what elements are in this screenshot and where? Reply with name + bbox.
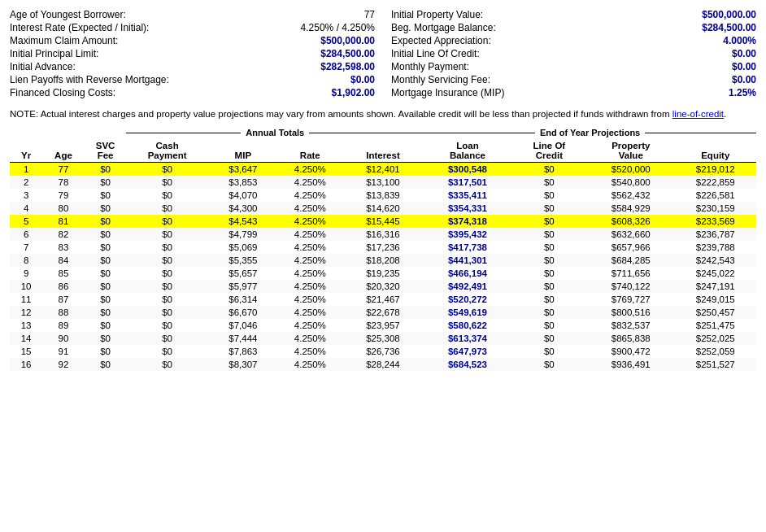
- table-cell: $21,467: [342, 293, 424, 306]
- table-cell: 4.250%: [278, 189, 342, 202]
- table-cell: $252,059: [675, 345, 756, 358]
- info-value: 1.25%: [729, 87, 756, 98]
- table-cell: $584,929: [587, 202, 675, 215]
- projections-table-container: Annual Totals End of Year Projections Yr…: [10, 128, 756, 371]
- table-cell: 78: [42, 176, 85, 189]
- table-cell: 91: [42, 345, 85, 358]
- table-cell: $740,122: [587, 280, 675, 293]
- table-cell: $0: [511, 202, 587, 215]
- table-cell: 4.250%: [278, 306, 342, 319]
- info-label: Age of Youngest Borrower:: [10, 9, 126, 20]
- info-label: Initial Property Value:: [391, 9, 483, 20]
- table-cell: $233,569: [675, 215, 756, 228]
- info-value: 77: [364, 9, 375, 20]
- table-cell: $15,445: [342, 215, 424, 228]
- table-cell: $684,523: [424, 358, 511, 371]
- table-row: 682$0$0$4,7994.250%$16,316$395,432$0$632…: [10, 228, 756, 241]
- table-cell: 82: [42, 228, 85, 241]
- table-cell: $466,194: [424, 267, 511, 280]
- note-text: NOTE: Actual interest charges and proper…: [10, 107, 756, 121]
- info-label: Interest Rate (Expected / Initial):: [10, 22, 149, 33]
- info-value: $282,598.00: [320, 61, 375, 72]
- table-cell: 16: [10, 358, 42, 371]
- table-cell: $0: [85, 280, 127, 293]
- table-cell: $0: [511, 332, 587, 345]
- table-cell: 92: [42, 358, 85, 371]
- info-label: Lien Payoffs with Reverse Mortgage:: [10, 74, 169, 85]
- table-cell: $0: [126, 319, 207, 332]
- group-header-row: Annual Totals End of Year Projections: [10, 128, 756, 139]
- info-label: Monthly Servicing Fee:: [391, 74, 490, 85]
- info-row: Financed Closing Costs:$1,902.00: [10, 86, 375, 99]
- info-value: 4.000%: [723, 35, 756, 46]
- table-cell: 4.250%: [278, 267, 342, 280]
- col-equity: Equity: [675, 139, 756, 163]
- table-cell: $12,401: [342, 163, 424, 177]
- table-cell: $0: [85, 306, 127, 319]
- info-value: $0.00: [732, 74, 756, 85]
- table-cell: 4.250%: [278, 202, 342, 215]
- table-row: 783$0$0$5,0694.250%$17,236$417,738$0$657…: [10, 241, 756, 254]
- table-cell: 4: [10, 202, 42, 215]
- info-section: Age of Youngest Borrower:77Interest Rate…: [10, 8, 756, 99]
- table-cell: 77: [42, 163, 85, 177]
- table-cell: 7: [10, 241, 42, 254]
- col-rate: Rate: [278, 139, 342, 163]
- table-row: 884$0$0$5,3554.250%$18,208$441,301$0$684…: [10, 254, 756, 267]
- table-cell: 8: [10, 254, 42, 267]
- col-mip: MIP: [208, 139, 278, 163]
- table-cell: $5,977: [208, 280, 278, 293]
- table-cell: $335,411: [424, 189, 511, 202]
- table-cell: $245,022: [675, 267, 756, 280]
- table-cell: $28,244: [342, 358, 424, 371]
- table-cell: $0: [85, 202, 127, 215]
- info-value: $500,000.00: [702, 9, 756, 20]
- table-cell: $6,314: [208, 293, 278, 306]
- projections-table: Annual Totals End of Year Projections Yr…: [10, 128, 756, 371]
- table-cell: $14,620: [342, 202, 424, 215]
- table-cell: $900,472: [587, 345, 675, 358]
- table-cell: $608,326: [587, 215, 675, 228]
- table-cell: 10: [10, 280, 42, 293]
- table-cell: $540,800: [587, 176, 675, 189]
- info-value: $0.00: [350, 74, 375, 85]
- table-cell: $354,331: [424, 202, 511, 215]
- info-row: Expected Appreciation:4.000%: [391, 34, 756, 47]
- table-cell: 13: [10, 319, 42, 332]
- info-label: Initial Line Of Credit:: [391, 48, 480, 59]
- table-cell: $0: [126, 267, 207, 280]
- table-cell: 90: [42, 332, 85, 345]
- table-row: 985$0$0$5,6574.250%$19,235$466,194$0$711…: [10, 267, 756, 280]
- table-cell: 14: [10, 332, 42, 345]
- table-cell: $0: [126, 293, 207, 306]
- table-cell: 4.250%: [278, 241, 342, 254]
- table-cell: 4.250%: [278, 254, 342, 267]
- table-cell: $0: [126, 215, 207, 228]
- table-cell: $769,727: [587, 293, 675, 306]
- col-yr: Yr: [10, 139, 42, 163]
- table-cell: 5: [10, 215, 42, 228]
- table-cell: 85: [42, 267, 85, 280]
- col-interest: Interest: [342, 139, 424, 163]
- table-cell: 4.250%: [278, 358, 342, 371]
- table-cell: $0: [85, 293, 127, 306]
- eoy-header: End of Year Projections: [424, 128, 756, 139]
- table-cell: 4.250%: [278, 345, 342, 358]
- table-cell: $865,838: [587, 332, 675, 345]
- table-cell: $230,159: [675, 202, 756, 215]
- table-cell: 80: [42, 202, 85, 215]
- table-row: 1288$0$0$6,6704.250%$22,678$549,619$0$80…: [10, 306, 756, 319]
- table-cell: $19,235: [342, 267, 424, 280]
- table-cell: $226,581: [675, 189, 756, 202]
- table-cell: $417,738: [424, 241, 511, 254]
- table-cell: $3,853: [208, 176, 278, 189]
- table-cell: $657,966: [587, 241, 675, 254]
- table-cell: 83: [42, 241, 85, 254]
- table-cell: $18,208: [342, 254, 424, 267]
- table-cell: $0: [511, 241, 587, 254]
- table-cell: $0: [85, 358, 127, 371]
- table-cell: $374,318: [424, 215, 511, 228]
- table-cell: $684,285: [587, 254, 675, 267]
- info-row: Maximum Claim Amount:$500,000.00: [10, 34, 375, 47]
- table-cell: $17,236: [342, 241, 424, 254]
